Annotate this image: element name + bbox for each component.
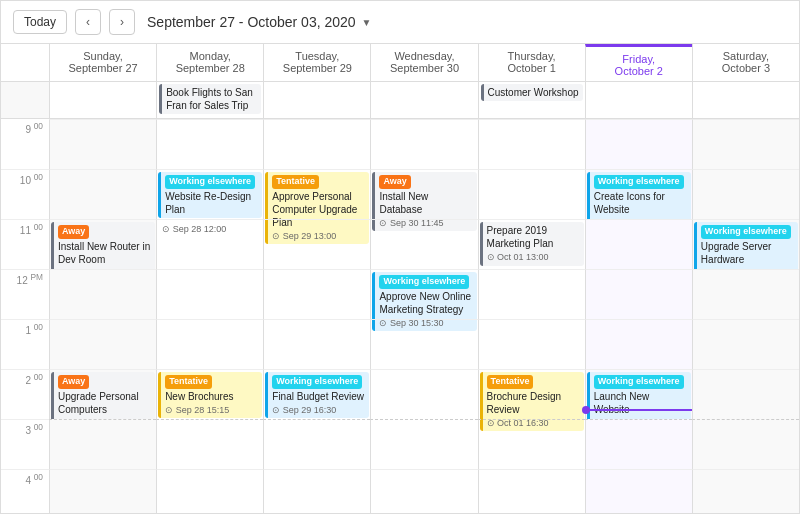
allday-fri bbox=[585, 82, 692, 118]
day-header-thu: Thursday, October 1 bbox=[478, 44, 585, 81]
cell-sat-12[interactable] bbox=[692, 269, 799, 319]
cell-fri-11[interactable] bbox=[585, 219, 692, 269]
cell-sun-2[interactable]: Away Upgrade Personal Computers ⊙ Sep 27… bbox=[49, 369, 156, 419]
cell-sun-9[interactable] bbox=[49, 119, 156, 169]
cell-thu-9[interactable] bbox=[478, 119, 585, 169]
cell-thu-11[interactable]: Prepare 2019 Marketing Plan ⊙ Oct 01 13:… bbox=[478, 219, 585, 269]
prev-button[interactable]: ‹ bbox=[75, 9, 101, 35]
time-label-3: 3 00 bbox=[1, 419, 49, 469]
time-label-2: 2 00 bbox=[1, 369, 49, 419]
day-header-sat: Saturday, October 3 bbox=[692, 44, 799, 81]
cell-tue-12[interactable] bbox=[263, 269, 370, 319]
time-label-4: 4 00 bbox=[1, 469, 49, 513]
cell-wed-4[interactable] bbox=[370, 469, 477, 513]
cell-thu-10[interactable] bbox=[478, 169, 585, 219]
cell-tue-4[interactable] bbox=[263, 469, 370, 513]
allday-event-book-flights[interactable]: Book Flights to San Fran for Sales Trip bbox=[159, 84, 261, 114]
cell-tue-2[interactable]: Working elsewhere Final Budget Review ⊙ … bbox=[263, 369, 370, 419]
event-prepare-marketing[interactable]: Prepare 2019 Marketing Plan ⊙ Oct 01 13:… bbox=[480, 222, 584, 266]
cell-sun-12[interactable] bbox=[49, 269, 156, 319]
cell-mon-11[interactable]: ⊙ Sep 28 12:00 bbox=[156, 219, 263, 269]
cell-wed-9[interactable] bbox=[370, 119, 477, 169]
cell-tue-9[interactable] bbox=[263, 119, 370, 169]
cell-wed-2[interactable] bbox=[370, 369, 477, 419]
cell-thu-1[interactable] bbox=[478, 319, 585, 369]
cell-thu-2[interactable]: Tentative Brochure Design Review ⊙ Oct 0… bbox=[478, 369, 585, 419]
allday-wed bbox=[370, 82, 477, 118]
date-range[interactable]: September 27 - October 03, 2020 ▼ bbox=[147, 14, 371, 30]
cell-fri-3[interactable] bbox=[585, 419, 692, 469]
cell-thu-3[interactable] bbox=[478, 419, 585, 469]
cell-sat-11[interactable]: Working elsewhere Upgrade Server Hardwar… bbox=[692, 219, 799, 269]
day-header-fri: Friday, October 2 bbox=[585, 44, 692, 81]
cell-fri-12[interactable] bbox=[585, 269, 692, 319]
cell-fri-9[interactable] bbox=[585, 119, 692, 169]
today-line bbox=[586, 409, 692, 411]
cell-mon-1[interactable] bbox=[156, 319, 263, 369]
cell-mon-9[interactable] bbox=[156, 119, 263, 169]
cell-wed-11[interactable] bbox=[370, 219, 477, 269]
allday-mon: Book Flights to San Fran for Sales Trip bbox=[156, 82, 263, 118]
cell-mon-10[interactable]: Working elsewhere Website Re-Design Plan bbox=[156, 169, 263, 219]
toolbar: Today ‹ › September 27 - October 03, 202… bbox=[1, 1, 799, 44]
event-new-brochures[interactable]: Tentative New Brochures ⊙ Sep 28 15:15 bbox=[158, 372, 262, 418]
cell-wed-3[interactable] bbox=[370, 419, 477, 469]
cell-sun-10[interactable] bbox=[49, 169, 156, 219]
allday-thu: Customer Workshop bbox=[478, 82, 585, 118]
chevron-down-icon: ▼ bbox=[362, 17, 372, 28]
next-button[interactable]: › bbox=[109, 9, 135, 35]
cell-sun-1[interactable] bbox=[49, 319, 156, 369]
time-label-9: 9 00 bbox=[1, 119, 49, 169]
cell-thu-4[interactable] bbox=[478, 469, 585, 513]
today-dot bbox=[582, 406, 590, 414]
cell-tue-1[interactable] bbox=[263, 319, 370, 369]
allday-tue bbox=[263, 82, 370, 118]
cell-fri-1[interactable] bbox=[585, 319, 692, 369]
event-final-budget[interactable]: Working elsewhere Final Budget Review ⊙ … bbox=[265, 372, 369, 418]
cell-thu-12[interactable] bbox=[478, 269, 585, 319]
cell-wed-12[interactable]: Working elsewhere Approve New Online Mar… bbox=[370, 269, 477, 319]
time-label-12: 12 PM bbox=[1, 269, 49, 319]
cell-sun-11[interactable]: Away Install New Router in Dev Room ⊙ Se… bbox=[49, 219, 156, 269]
cell-sat-10[interactable] bbox=[692, 169, 799, 219]
time-label-10: 10 00 bbox=[1, 169, 49, 219]
cell-sat-4[interactable] bbox=[692, 469, 799, 513]
allday-sun bbox=[49, 82, 156, 118]
cell-sat-2[interactable] bbox=[692, 369, 799, 419]
cell-mon-2[interactable]: Tentative New Brochures ⊙ Sep 28 15:15 bbox=[156, 369, 263, 419]
time-grid-scroll[interactable]: 9 00 10 00 Working elsewhere Website Re-… bbox=[1, 119, 799, 513]
cell-sat-9[interactable] bbox=[692, 119, 799, 169]
cell-mon-3[interactable] bbox=[156, 419, 263, 469]
time-grid: 9 00 10 00 Working elsewhere Website Re-… bbox=[1, 119, 799, 513]
cell-sun-3[interactable] bbox=[49, 419, 156, 469]
cell-mon-12[interactable] bbox=[156, 269, 263, 319]
allday-sat bbox=[692, 82, 799, 118]
time-label-11: 11 00 bbox=[1, 219, 49, 269]
calendar: Today ‹ › September 27 - October 03, 202… bbox=[0, 0, 800, 514]
day-header-wed: Wednesday, September 30 bbox=[370, 44, 477, 81]
cell-tue-11[interactable] bbox=[263, 219, 370, 269]
cell-sun-4[interactable] bbox=[49, 469, 156, 513]
cell-sat-3[interactable] bbox=[692, 419, 799, 469]
day-header-tue: Tuesday, September 29 bbox=[263, 44, 370, 81]
cell-tue-10[interactable]: Tentative Approve Personal Computer Upgr… bbox=[263, 169, 370, 219]
allday-event-customer-workshop[interactable]: Customer Workshop bbox=[481, 84, 583, 101]
cell-fri-4[interactable] bbox=[585, 469, 692, 513]
allday-row: Book Flights to San Fran for Sales Trip … bbox=[1, 82, 799, 119]
time-label-1: 1 00 bbox=[1, 319, 49, 369]
cell-wed-1[interactable] bbox=[370, 319, 477, 369]
cell-wed-10[interactable]: Away Install New Database ⊙ Sep 30 11:45 bbox=[370, 169, 477, 219]
cell-mon-4[interactable] bbox=[156, 469, 263, 513]
cell-sat-1[interactable] bbox=[692, 319, 799, 369]
time-gutter-header bbox=[1, 44, 49, 81]
cell-tue-3[interactable] bbox=[263, 419, 370, 469]
day-header-sun: Sunday, September 27 bbox=[49, 44, 156, 81]
day-header-mon: Monday, September 28 bbox=[156, 44, 263, 81]
cell-fri-2[interactable]: Working elsewhere Launch New Website ⊙ O… bbox=[585, 369, 692, 419]
day-headers: Sunday, September 27 Monday, September 2… bbox=[1, 44, 799, 82]
today-button[interactable]: Today bbox=[13, 10, 67, 34]
cell-fri-10[interactable]: Working elsewhere Create Icons for Websi… bbox=[585, 169, 692, 219]
event-website-redesign[interactable]: Working elsewhere Website Re-Design Plan bbox=[158, 172, 262, 218]
